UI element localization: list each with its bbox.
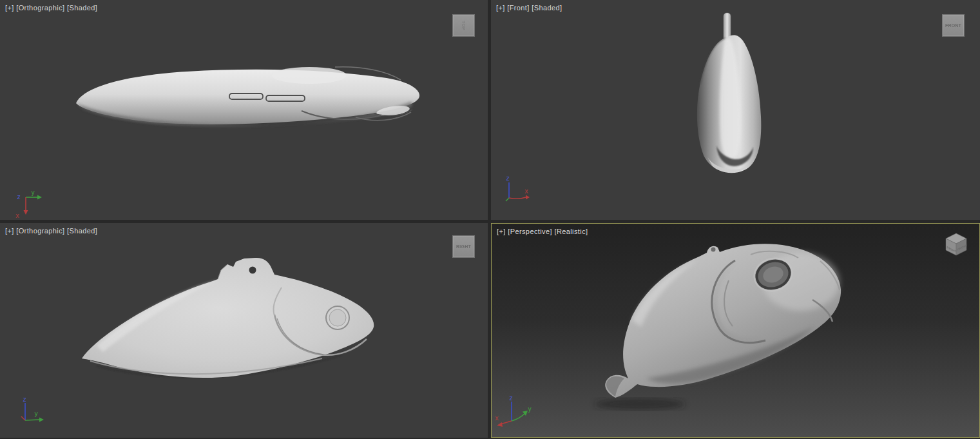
viewport-label[interactable]: [+] [Orthographic] [Shaded] (5, 227, 97, 235)
viewport-label[interactable]: [+] [Perspective] [Realistic] (497, 228, 588, 235)
axis-x-label: x (15, 212, 19, 219)
axis-y-label: y (31, 189, 35, 196)
viewcube-face-label: FRONT (945, 23, 961, 28)
model-perspective-view[interactable] (492, 224, 975, 437)
axis-y-label: y (34, 410, 38, 417)
viewport-bottom-left-orthographic[interactable]: [+] [Orthographic] [Shaded] RIGHT (0, 223, 488, 438)
viewport-label[interactable]: [+] [Orthographic] [Shaded] (5, 4, 97, 12)
axis-x-label: x (524, 188, 528, 195)
axis-tripod: z x y (494, 394, 539, 430)
viewport-bottom-right-perspective[interactable]: [+] [Perspective] [Realistic] RIGHT FRON… (491, 223, 980, 438)
axis-tripod: z y (10, 396, 55, 435)
viewport-top-left-orthographic[interactable]: [+] [Orthographic] [Shaded] TOP (0, 0, 488, 220)
model-side-view[interactable] (0, 223, 488, 438)
viewcube[interactable]: RIGHT (452, 235, 475, 258)
axis-x-label: x (495, 415, 499, 422)
axis-y-label: y (528, 405, 532, 413)
viewcube[interactable]: FRONT (942, 14, 965, 37)
model-top-view[interactable] (0, 0, 488, 220)
axis-tripod: z x (497, 174, 539, 205)
line-tie-hole (711, 248, 716, 252)
ground-shadow (595, 398, 685, 410)
line-tie-hole (249, 267, 256, 274)
head-highlight (272, 67, 347, 84)
viewcube-face-label: TOP (461, 21, 466, 30)
viewcube[interactable]: TOP (452, 14, 475, 37)
eye-inner (329, 309, 346, 326)
axis-z-label: z (509, 395, 513, 402)
model-front-view[interactable] (491, 0, 980, 220)
viewport-top-right-front[interactable]: [+] [Front] [Shaded] FRONT (491, 0, 980, 220)
axis-tripod: z y x (12, 188, 57, 220)
viewport-grid: [+] [Orthographic] [Shaded] TOP (0, 0, 980, 438)
viewport-label[interactable]: [+] [Front] [Shaded] (496, 4, 562, 12)
axis-z-label: z (23, 396, 26, 403)
axis-z-label: z (506, 175, 510, 182)
axis-z-label: z (17, 193, 21, 200)
viewcube-face-label: RIGHT (456, 244, 471, 249)
